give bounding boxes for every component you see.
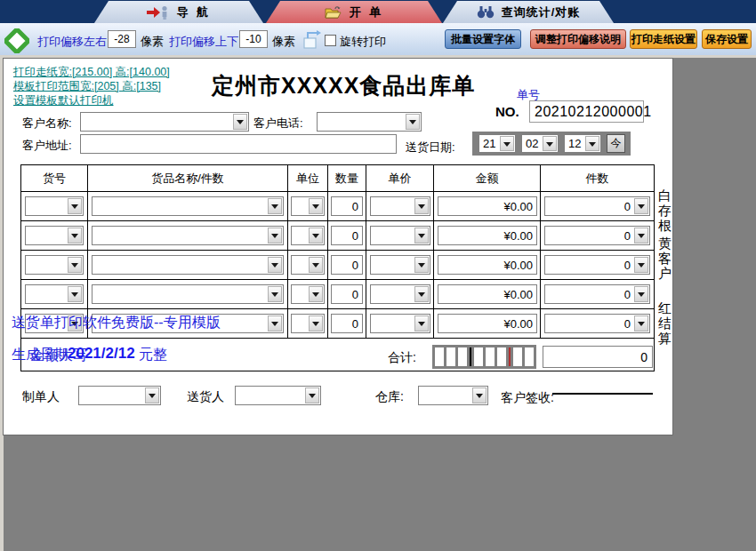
combo-dropdown-button[interactable]: [268, 286, 282, 302]
combo-dropdown-button[interactable]: [68, 286, 82, 302]
price-select[interactable]: [370, 196, 430, 216]
tab-navigation[interactable]: 导 航: [94, 1, 263, 23]
combo-dropdown-button[interactable]: [309, 228, 323, 244]
combo-dropdown-button[interactable]: [472, 387, 487, 403]
combo-dropdown-button[interactable]: [634, 286, 648, 302]
watermark-line1: 送货单打印软件免费版--专用模版: [12, 314, 221, 332]
qty-input[interactable]: 0: [331, 255, 363, 275]
product-name-select[interactable]: [92, 284, 284, 304]
combo-dropdown-button[interactable]: [68, 257, 82, 273]
pieces-combo[interactable]: 0: [544, 255, 650, 275]
pieces-combo[interactable]: 0: [544, 226, 650, 245]
date-day-select[interactable]: 12: [564, 134, 601, 153]
item-no-select[interactable]: [25, 196, 84, 216]
customer-name-select[interactable]: [80, 112, 249, 132]
qty-input[interactable]: 0: [331, 284, 363, 304]
combo-dropdown-button[interactable]: [414, 257, 429, 273]
combo-dropdown-button[interactable]: [268, 198, 282, 214]
table-header-row: 货号 货品名称/件数 单位 数量 单价 金额 件数: [21, 165, 654, 192]
qty-input[interactable]: 0: [331, 314, 363, 333]
combo-dropdown-button[interactable]: [414, 228, 429, 244]
save-settings-button[interactable]: 保存设置: [702, 29, 752, 49]
combo-dropdown-button[interactable]: [309, 286, 323, 302]
combo-dropdown-button[interactable]: [414, 198, 429, 214]
deliverer-select[interactable]: [235, 386, 321, 405]
combo-dropdown-button[interactable]: [500, 136, 514, 151]
combo-dropdown-button[interactable]: [414, 315, 429, 331]
pieces-combo[interactable]: 0: [544, 196, 650, 216]
paper-size-link[interactable]: 打印走纸宽:[215.00] 高:[140.00]: [13, 65, 170, 80]
combo-dropdown-button[interactable]: [268, 257, 282, 273]
chevron-down-icon: [638, 322, 645, 330]
px-label-2: 像素: [272, 34, 295, 50]
combo-dropdown-button[interactable]: [309, 257, 323, 273]
combo-dropdown-button[interactable]: [634, 198, 648, 214]
order-no-input[interactable]: 20210212000001: [529, 100, 644, 123]
item-no-select[interactable]: [25, 284, 84, 304]
combo-dropdown-button[interactable]: [406, 114, 420, 130]
combo-dropdown-button[interactable]: [68, 198, 82, 214]
pieces-combo[interactable]: 0: [544, 314, 650, 333]
combo-dropdown-button[interactable]: [68, 228, 82, 244]
combo-dropdown-button[interactable]: [145, 387, 159, 403]
default-printer-link[interactable]: 设置模板默认打印机: [13, 93, 114, 108]
product-name-select[interactable]: [92, 255, 284, 275]
customer-address-input[interactable]: [80, 134, 397, 154]
amount-input[interactable]: ¥0.00: [438, 314, 537, 333]
unit-select[interactable]: [291, 284, 325, 304]
tab-query-stats-label: 查询统计/对账: [502, 4, 581, 20]
amount-input[interactable]: ¥0.00: [438, 226, 537, 245]
product-name-select[interactable]: [92, 226, 284, 245]
price-select[interactable]: [370, 226, 430, 245]
pieces-combo[interactable]: 0: [544, 284, 650, 304]
qty-input[interactable]: 0: [331, 196, 363, 216]
warehouse-select[interactable]: [418, 386, 488, 405]
item-no-select[interactable]: [25, 255, 84, 275]
rotate-page-icon: [302, 30, 322, 50]
date-month-select[interactable]: 02: [521, 134, 559, 153]
qty-input[interactable]: 0: [331, 226, 363, 245]
combo-dropdown-button[interactable]: [309, 315, 323, 331]
combo-dropdown-button[interactable]: [414, 286, 429, 302]
combo-dropdown-button[interactable]: [634, 315, 648, 331]
tab-query-stats[interactable]: 查询统计/对账: [443, 1, 614, 23]
tab-create-order[interactable]: 开 单: [266, 1, 442, 23]
amount-input[interactable]: ¥0.00: [438, 255, 537, 275]
paper-feed-button[interactable]: 打印走纸设置: [630, 29, 697, 49]
amount-input[interactable]: ¥0.00: [438, 196, 537, 216]
combo-dropdown-button[interactable]: [634, 257, 648, 273]
adjust-offset-button[interactable]: 调整打印偏移说明: [530, 29, 626, 49]
chevron-down-icon: [312, 292, 319, 300]
batch-font-button[interactable]: 批量设置字体: [445, 29, 521, 49]
amount-input[interactable]: ¥0.00: [438, 284, 537, 304]
rotate-print-checkbox[interactable]: [325, 35, 336, 46]
customer-phone-select[interactable]: [317, 112, 422, 132]
combo-dropdown-button[interactable]: [543, 136, 557, 151]
item-no-select[interactable]: [25, 226, 84, 245]
combo-dropdown-button[interactable]: [309, 198, 323, 214]
maker-select[interactable]: [78, 386, 161, 405]
product-name-select[interactable]: [92, 196, 284, 216]
digit-cell: [513, 347, 522, 366]
unit-select[interactable]: [291, 226, 325, 245]
unit-select[interactable]: [291, 255, 325, 275]
digit-cell: [474, 347, 483, 366]
combo-dropdown-button[interactable]: [305, 387, 319, 403]
price-select[interactable]: [370, 314, 430, 333]
offset-lr-input[interactable]: -28: [108, 30, 136, 48]
combo-dropdown-button[interactable]: [634, 228, 648, 244]
price-select[interactable]: [370, 284, 430, 304]
date-year-select[interactable]: 21: [479, 134, 516, 153]
combo-dropdown-button[interactable]: [268, 228, 282, 244]
offset-tb-input[interactable]: -10: [239, 30, 268, 48]
total-pieces-input[interactable]: 0: [543, 346, 653, 368]
combo-dropdown-button[interactable]: [233, 114, 247, 130]
chevron-down-icon: [589, 142, 596, 150]
unit-select[interactable]: [291, 196, 325, 216]
template-range-link[interactable]: 模板打印范围宽:[205] 高:[135]: [13, 79, 161, 94]
today-button[interactable]: 今: [607, 134, 625, 153]
price-select[interactable]: [370, 255, 430, 275]
unit-select[interactable]: [291, 314, 325, 333]
combo-dropdown-button[interactable]: [585, 136, 599, 151]
combo-dropdown-button[interactable]: [268, 315, 282, 331]
